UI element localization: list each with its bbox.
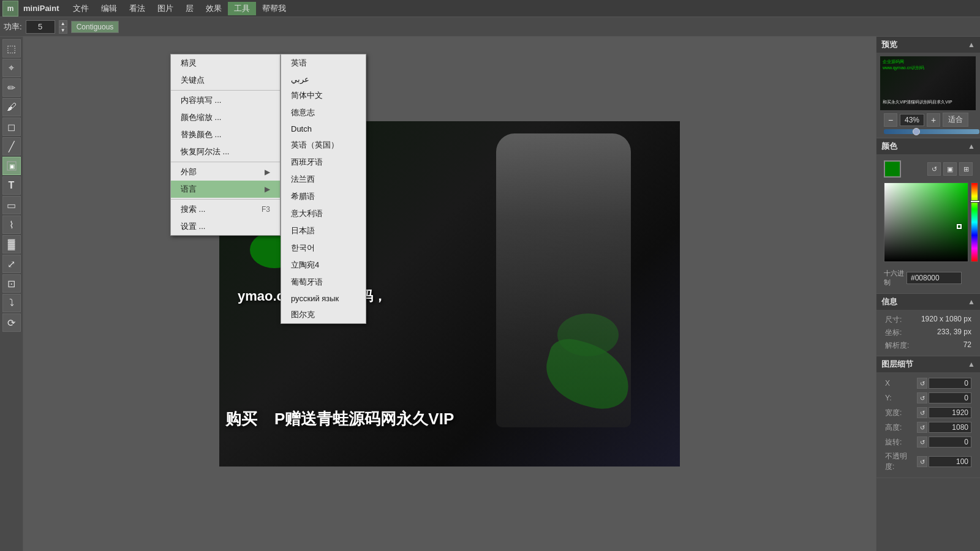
lang-french[interactable]: 法兰西 <box>281 171 366 188</box>
layer-y-input[interactable] <box>929 392 971 403</box>
tool-brush[interactable]: 🖌 <box>2 98 21 116</box>
tool-history[interactable]: ⟳ <box>2 313 21 332</box>
menu-search[interactable]: 搜索 ... F3 <box>171 201 280 218</box>
layer-x-label: X <box>885 379 916 388</box>
layer-width-reset[interactable]: ↺ <box>917 407 927 418</box>
layer-title: 图层细节 <box>881 359 913 370</box>
menu-sep-2 <box>171 162 280 162</box>
menu-bar: m miniPaint 文件 编辑 看法 图片 层 效果 工具 帮帮我 <box>0 0 980 17</box>
color-action-1[interactable]: ↺ <box>927 162 941 176</box>
layer-x-input[interactable] <box>929 378 971 389</box>
contiguous-btn[interactable]: Contiguous <box>71 21 119 33</box>
layer-y-label: Y: <box>885 394 916 402</box>
lang-japanese[interactable]: 日本語 <box>281 222 366 239</box>
lang-korean[interactable]: 한국어 <box>281 239 366 257</box>
lang-portuguese[interactable]: 葡萄牙语 <box>281 274 366 291</box>
menu-edit[interactable]: 编辑 <box>95 2 123 15</box>
preview-section: 预览 ▲ 企业源码网 www.qymao.cn识别码 和买永久VIP清猫码识别码… <box>876 37 980 138</box>
color-action-2[interactable]: ▣ <box>943 162 957 176</box>
tool-eyedropper[interactable]: ⌇ <box>2 216 21 234</box>
tool-fill[interactable]: ▣ <box>2 157 21 175</box>
zoom-fit-btn[interactable]: 适合 <box>943 113 968 127</box>
menu-external[interactable]: 外部 ▶ <box>171 163 280 181</box>
lang-italian[interactable]: 意大利语 <box>281 205 366 222</box>
preview-collapse-icon: ▲ <box>968 40 975 49</box>
layer-height-reset[interactable]: ↺ <box>917 422 927 433</box>
lang-latvian[interactable]: 立陶宛4 <box>281 257 366 274</box>
lang-spanish[interactable]: 西班牙语 <box>281 154 366 171</box>
menu-tools[interactable]: 工具 <box>228 2 256 15</box>
color-header[interactable]: 颜色 ▲ <box>876 138 980 154</box>
menu-restore-alpha[interactable]: 恢复阿尔法 ... <box>171 143 280 160</box>
color-spectrum[interactable] <box>971 182 978 262</box>
tool-pencil[interactable]: ✏ <box>2 78 21 97</box>
power-input[interactable] <box>26 20 55 34</box>
tool-shape[interactable]: ▭ <box>2 196 21 214</box>
lang-catalan[interactable]: 希腊语 <box>281 188 366 205</box>
layer-x-reset[interactable]: ↺ <box>917 378 927 389</box>
preview-text-lines: 企业源码网 www.qymao.cn识别码 <box>883 59 973 71</box>
lang-dutch[interactable]: Dutch <box>281 121 366 137</box>
menu-image[interactable]: 图片 <box>151 2 179 15</box>
menu-keypoints[interactable]: 关键点 <box>171 72 280 89</box>
layer-y-reset[interactable]: ↺ <box>917 392 927 403</box>
menu-content-fill[interactable]: 内容填写 ... <box>171 92 280 109</box>
menu-view[interactable]: 看法 <box>123 2 151 15</box>
layer-y-row: Y: ↺ <box>880 391 976 405</box>
layer-header[interactable]: 图层细节 ▲ <box>876 356 980 372</box>
layer-opacity-input[interactable] <box>929 456 971 467</box>
menu-layer[interactable]: 层 <box>179 2 200 15</box>
layer-height-row: 高度: ↺ <box>880 420 976 435</box>
menu-effects[interactable]: 效果 <box>200 2 228 15</box>
preview-header[interactable]: 预览 ▲ <box>876 37 980 53</box>
tool-select-lasso[interactable]: ⌖ <box>2 59 21 77</box>
zoom-slider-thumb[interactable] <box>913 128 920 135</box>
power-up-btn[interactable]: ▲ <box>59 20 67 27</box>
info-header[interactable]: 信息 ▲ <box>876 294 980 310</box>
menu-color-zoom[interactable]: 颜色缩放 ... <box>171 109 280 126</box>
tool-text[interactable]: T <box>2 176 21 195</box>
menu-settings[interactable]: 设置 ... <box>171 218 280 235</box>
tool-line[interactable]: ╱ <box>2 137 21 156</box>
tool-gradient[interactable]: ▓ <box>2 235 21 253</box>
left-tool-panel: ⬚ ⌖ ✏ 🖌 ◻ ╱ ▣ T ▭ ⌇ ▓ ⤢ ⊡ ⤵ ⟳ <box>0 37 23 551</box>
zoom-plus-btn[interactable]: + <box>927 113 940 127</box>
lang-turkish[interactable]: 图尔克 <box>281 306 366 323</box>
layer-rotate-input[interactable] <box>929 437 971 448</box>
menu-replace-color[interactable]: 替换颜色 ... <box>171 126 280 143</box>
lang-english[interactable]: 英语 <box>281 54 366 72</box>
lang-arabic[interactable]: عربي <box>281 72 366 87</box>
color-swatch[interactable] <box>884 160 901 178</box>
hex-row: 十六进制 <box>880 266 976 290</box>
layer-width-row: 宽度: ↺ <box>880 405 976 420</box>
info-section: 信息 ▲ 尺寸: 1920 x 1080 px 坐标: 233, 39 px 解… <box>876 294 980 356</box>
tool-select-rect[interactable]: ⬚ <box>2 39 21 58</box>
layer-width-input[interactable] <box>929 407 971 418</box>
layer-opacity-reset[interactable]: ↺ <box>917 456 927 467</box>
layer-rotate-row: 旋转: ↺ <box>880 435 976 449</box>
hex-input[interactable] <box>907 272 962 284</box>
menu-help[interactable]: 帮帮我 <box>256 2 292 15</box>
zoom-minus-btn[interactable]: − <box>884 113 897 127</box>
info-resolution-value: 72 <box>963 340 971 351</box>
lang-simplified-chinese[interactable]: 简体中文 <box>281 87 366 104</box>
menu-sprite[interactable]: 精灵 <box>171 54 280 72</box>
layer-rotate-reset[interactable]: ↺ <box>917 437 927 448</box>
lang-russian[interactable]: русский язык <box>281 291 366 306</box>
color-action-3[interactable]: ⊞ <box>959 162 973 176</box>
layer-height-input[interactable] <box>929 422 971 433</box>
lang-english-uk[interactable]: 英语（英国） <box>281 137 366 154</box>
lang-german[interactable]: 德意志 <box>281 104 366 121</box>
menu-language[interactable]: 语言 ▶ <box>171 181 280 198</box>
tool-crop[interactable]: ⊡ <box>2 274 21 293</box>
tool-transform[interactable]: ⤢ <box>2 255 21 273</box>
color-gradient-base[interactable] <box>884 182 968 262</box>
color-picker-area[interactable] <box>884 182 973 264</box>
color-actions: ↺ ▣ ⊞ <box>927 162 973 176</box>
info-coord-value: 233, 39 px <box>937 328 971 338</box>
menu-file[interactable]: 文件 <box>67 2 95 15</box>
power-down-btn[interactable]: ▼ <box>59 27 67 34</box>
tool-eraser[interactable]: ◻ <box>2 118 21 136</box>
tool-warp[interactable]: ⤵ <box>2 294 21 312</box>
canvas-area[interactable]: 业猫源码网 ymao.cn提供精品源码， 购买 P赠送青蛙源码网永久VIP 精灵… <box>23 37 876 551</box>
